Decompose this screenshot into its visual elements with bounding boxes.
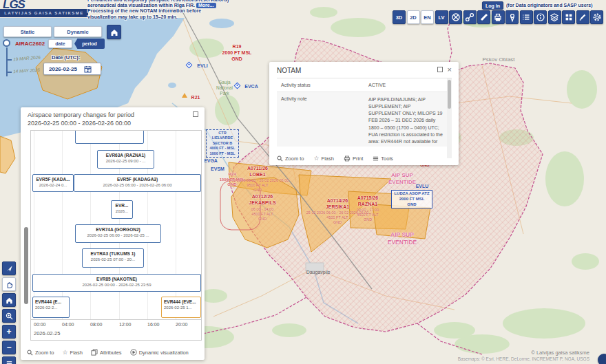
feedback-button[interactable] xyxy=(598,354,606,364)
area-name: EVR85 (NAKOTNE) xyxy=(33,276,200,282)
locate-arrow-button[interactable] xyxy=(2,261,16,275)
changes-attributes-button[interactable]: Attributes xyxy=(91,349,122,356)
settings-gear-icon[interactable] xyxy=(590,10,603,24)
area-time: 2026-02-25 06:00 - 2026-02-25 ... xyxy=(76,233,160,238)
login-note: (for Data originators and SASP users) xyxy=(506,3,593,8)
date-input[interactable] xyxy=(44,65,84,73)
gantt-item[interactable]: EVR74A (GORGON2) 2026-02-25 06:00 - 2026… xyxy=(75,224,161,243)
maximize-icon[interactable] xyxy=(437,67,443,72)
legend-list-icon[interactable] xyxy=(520,10,533,24)
attribution-line2: Basemaps: © Esri, HERE, DeLorme, INCREME… xyxy=(458,356,589,362)
apps-grid-icon[interactable] xyxy=(562,10,575,24)
date-picker xyxy=(43,63,101,75)
gantt-item[interactable]: EVR444 (EVE... 2026-02-25 1... xyxy=(161,297,201,318)
hand-icon xyxy=(5,280,14,289)
notam-print-button[interactable]: Print xyxy=(344,156,363,162)
gantt-item[interactable]: EVR5F (KADAGA3) 2026-02-25 06:00 - 2026-… xyxy=(74,174,201,192)
changes-flash-button[interactable]: ☆ Flash xyxy=(63,349,83,356)
gantt-item[interactable]: EVR63A (RAZNA1) 2026-02-25 09:00 - ... xyxy=(97,150,154,169)
more-link[interactable]: More... xyxy=(196,3,216,8)
scrollbar-thumb[interactable] xyxy=(448,80,451,109)
table-row: Activity note AIP PAPILDINAJUMS; AIP SUP… xyxy=(277,92,452,147)
area-time: 2026... xyxy=(112,208,132,214)
gantt-item[interactable]: EVR444 (E... 2026-02-2... xyxy=(32,297,70,318)
area-name: EVR444 (E... xyxy=(35,299,69,305)
print-label: Print xyxy=(353,156,363,162)
login-button[interactable]: Log in xyxy=(482,1,503,10)
magnifier-icon xyxy=(27,350,33,356)
axis-tick: 16:00 xyxy=(147,322,160,327)
area-name: EVTRA3 (TUKUMS 1) xyxy=(83,250,143,257)
tools-label: Tools xyxy=(381,156,393,162)
airac-tick xyxy=(6,59,12,61)
map-toolbar: + − xyxy=(2,261,16,364)
notam-status-value: ACTIVE xyxy=(364,78,452,92)
changes-scrollbar-thumb[interactable] xyxy=(24,227,28,304)
notam-tools-button[interactable]: Tools xyxy=(373,156,393,162)
layers-icon[interactable] xyxy=(548,10,561,24)
flash-label: Flash xyxy=(70,350,83,356)
pan-hand-button[interactable] xyxy=(2,277,16,291)
view-2d-button[interactable]: 2D xyxy=(407,10,420,24)
notam-flash-button[interactable]: ☆ Flash xyxy=(314,155,334,162)
notam-title: NOTAM xyxy=(277,67,301,74)
lang-en-button[interactable]: EN xyxy=(421,10,434,24)
edit-pencil-icon[interactable] xyxy=(576,10,589,24)
time-axis: 00:00 04:00 08:00 12:00 16:00 20:00 2026… xyxy=(30,320,202,341)
date-mode-button[interactable]: date xyxy=(48,39,72,48)
axis-date: 2026-02-25 xyxy=(34,330,60,336)
lang-lv-button[interactable]: LV xyxy=(435,10,448,24)
banner-line4: visualization may take up to 15–20 min. xyxy=(87,14,268,20)
extra-tool-button[interactable] xyxy=(2,356,16,364)
print-icon[interactable] xyxy=(492,10,505,24)
circle-cross-icon[interactable] xyxy=(449,10,462,24)
area-time: 2026-02-24 0... xyxy=(33,182,73,188)
tab-dynamic[interactable]: Dynamic xyxy=(54,26,102,37)
axis-tick: 20:00 xyxy=(176,322,188,327)
notice-banner: Permanent and temporary (airspace restri… xyxy=(87,0,268,20)
gantt-item[interactable]: 2026-02-25 07:00 - 20... xyxy=(75,130,144,144)
dynamic-visualization-button[interactable]: Dynamic visualization xyxy=(130,349,189,356)
notam-zoom-to-button[interactable]: Zoom to xyxy=(277,156,304,162)
magnifier-plus-icon xyxy=(5,312,14,321)
location-pin-icon[interactable] xyxy=(505,10,519,24)
star-icon: ☆ xyxy=(314,155,320,162)
close-icon[interactable]: × xyxy=(448,67,452,72)
notam-scrollbar xyxy=(447,78,452,158)
maximize-icon[interactable] xyxy=(193,111,198,117)
gantt-item[interactable]: EVR5F (KADA... 2026-02-24 0... xyxy=(32,174,74,192)
changes-zoom-to-button[interactable]: Zoom to xyxy=(27,350,54,356)
zoom-out-button[interactable]: − xyxy=(2,341,16,354)
view-3d-button[interactable]: 3D xyxy=(393,10,406,24)
tab-static[interactable]: Static xyxy=(3,26,52,37)
area-time: 2026-02-2... xyxy=(35,305,69,310)
banner-line3: Processing of the new NOTAM information … xyxy=(87,8,268,14)
printer-icon xyxy=(344,156,351,162)
period-mode-button[interactable]: period xyxy=(74,39,105,49)
area-time: 2026-02-25 06:00 - 2026-02-26 06:00 xyxy=(74,182,200,188)
airac-cycle-node[interactable] xyxy=(3,39,10,47)
home-icon xyxy=(109,28,119,37)
changes-title: Airspace temporary changes for period xyxy=(28,111,134,118)
zoom-in-button[interactable]: + xyxy=(2,325,16,339)
attributes-icon xyxy=(91,349,98,356)
gantt-item[interactable]: EVTRA3 (TUKUMS 1) 2026-02-25 07:00 - 20.… xyxy=(82,248,144,268)
gantt-item[interactable]: EVR85 (NAKOTNE) 2026-02-25 00:00 - 2026-… xyxy=(32,274,201,292)
gantt-item[interactable]: EVR... 2026... xyxy=(111,200,133,219)
zoom-box-button[interactable] xyxy=(2,309,16,323)
home-extent-button[interactable] xyxy=(2,293,16,307)
notam-popup: NOTAM × Activity status ACTIVE Activity … xyxy=(269,62,459,165)
banner-line2: aeronautical data visualization within R… xyxy=(87,3,195,8)
home-button[interactable] xyxy=(107,25,121,39)
app-window: R19 2000 FT MSL GND R21 R24 1500 FT MSL … xyxy=(0,0,606,364)
airspace-changes-panel: Airspace temporary changes for period 20… xyxy=(21,107,205,360)
area-name: EVR5F (KADA... xyxy=(33,176,73,182)
top-toolbar: 3D 2D EN LV xyxy=(393,10,603,24)
link-icon[interactable] xyxy=(463,10,477,24)
lgs-logo-text: LGS xyxy=(0,0,88,9)
axis-tick: 04:00 xyxy=(62,322,74,327)
info-icon[interactable] xyxy=(534,10,547,24)
measure-icon[interactable] xyxy=(477,10,490,24)
calendar-icon[interactable] xyxy=(84,65,92,73)
area-name: EVR74A (GORGON2) xyxy=(76,226,160,233)
